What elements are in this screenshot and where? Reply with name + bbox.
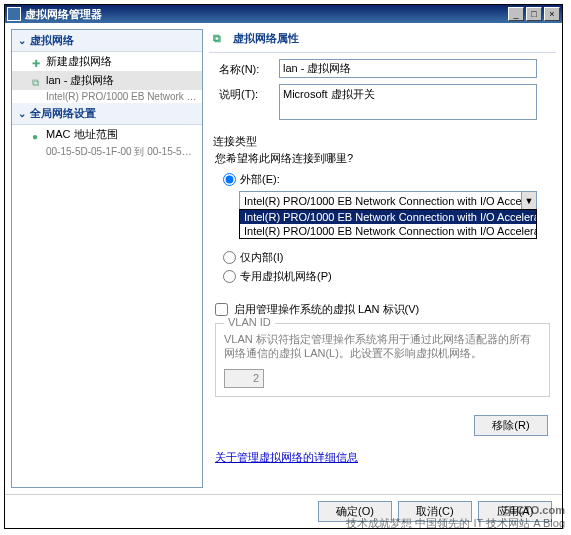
name-input[interactable] bbox=[279, 59, 537, 78]
vlan-checkbox[interactable] bbox=[215, 303, 228, 316]
sidebar-section-global[interactable]: ⌄ 全局网络设置 bbox=[12, 103, 202, 125]
properties-header: 虚拟网络属性 bbox=[209, 29, 556, 53]
description-input[interactable]: Microsoft 虚拟开关 bbox=[279, 84, 537, 120]
adapter-dropdown-list: Intel(R) PRO/1000 EB Network Connection … bbox=[239, 209, 537, 239]
vlan-group: VLAN ID VLAN 标识符指定管理操作系统将用于通过此网络适配器的所有网络… bbox=[215, 323, 550, 397]
minimize-button[interactable]: _ bbox=[508, 7, 524, 21]
close-button[interactable]: × bbox=[544, 7, 560, 21]
chevron-down-icon: ▼ bbox=[521, 192, 536, 209]
radio-external[interactable] bbox=[223, 173, 236, 186]
caret-icon: ⌄ bbox=[18, 108, 26, 119]
radio-internal[interactable] bbox=[223, 251, 236, 264]
section-title: 全局网络设置 bbox=[30, 106, 96, 121]
description-label: 说明(T): bbox=[219, 84, 279, 102]
section-title: 虚拟网络 bbox=[30, 33, 74, 48]
dropdown-option[interactable]: Intel(R) PRO/1000 EB Network Connection … bbox=[240, 224, 536, 238]
sidebar-item-sub: 00-15-5D-05-1F-00 到 00-15-5D-0... bbox=[12, 144, 202, 160]
adapter-dropdown[interactable]: Intel(R) PRO/1000 EB Network Connection … bbox=[239, 191, 537, 210]
app-icon bbox=[7, 7, 21, 21]
plus-icon bbox=[32, 57, 42, 67]
maximize-button[interactable]: □ bbox=[526, 7, 542, 21]
connection-type-legend: 连接类型 bbox=[213, 134, 552, 149]
apply-button[interactable]: 应用(A) bbox=[478, 501, 552, 522]
titlebar: 虚拟网络管理器 _ □ × bbox=[5, 5, 562, 23]
caret-icon: ⌄ bbox=[18, 35, 26, 46]
properties-title: 虚拟网络属性 bbox=[233, 31, 299, 46]
name-label: 名称(N): bbox=[219, 59, 279, 77]
sidebar-item-new-network[interactable]: 新建虚拟网络 bbox=[12, 52, 202, 71]
vlan-group-title: VLAN ID bbox=[224, 316, 275, 328]
dialog-footer: 确定(O) 取消(C) 应用(A) bbox=[5, 494, 562, 528]
dropdown-selected: Intel(R) PRO/1000 EB Network Connection … bbox=[244, 195, 537, 207]
more-info-link[interactable]: 关于管理虚拟网络的详细信息 bbox=[215, 450, 358, 465]
content-pane: 虚拟网络属性 名称(N): 说明(T): Microsoft 虚拟开关 连接类型… bbox=[209, 29, 556, 488]
globe-icon bbox=[32, 130, 42, 140]
sidebar: ⌄ 虚拟网络 新建虚拟网络 lan - 虚拟网络 Intel(R) PRO/10… bbox=[11, 29, 203, 488]
sidebar-item-sub: Intel(R) PRO/1000 EB Network Co... bbox=[12, 90, 202, 103]
vlan-id-input bbox=[224, 369, 264, 388]
radio-private-label: 专用虚拟机网络(P) bbox=[240, 269, 332, 284]
vlan-description: VLAN 标识符指定管理操作系统将用于通过此网络适配器的所有网络通信的虚拟 LA… bbox=[224, 332, 541, 361]
radio-external-label: 外部(E): bbox=[240, 172, 280, 187]
vlan-checkbox-label: 启用管理操作系统的虚拟 LAN 标识(V) bbox=[234, 302, 419, 317]
sidebar-item-label: lan - 虚拟网络 bbox=[46, 73, 114, 88]
network-icon bbox=[32, 76, 42, 86]
window-title: 虚拟网络管理器 bbox=[25, 7, 508, 22]
sidebar-item-lan-network[interactable]: lan - 虚拟网络 bbox=[12, 71, 202, 90]
network-icon bbox=[213, 32, 227, 46]
cancel-button[interactable]: 取消(C) bbox=[398, 501, 472, 522]
sidebar-section-networks[interactable]: ⌄ 虚拟网络 bbox=[12, 30, 202, 52]
connection-question: 您希望将此网络连接到哪里? bbox=[215, 151, 552, 166]
radio-internal-label: 仅内部(I) bbox=[240, 250, 283, 265]
remove-button[interactable]: 移除(R) bbox=[474, 415, 548, 436]
dropdown-option[interactable]: Intel(R) PRO/1000 EB Network Connection … bbox=[240, 210, 536, 224]
radio-private[interactable] bbox=[223, 270, 236, 283]
sidebar-item-mac-range[interactable]: MAC 地址范围 bbox=[12, 125, 202, 144]
sidebar-item-label: 新建虚拟网络 bbox=[46, 54, 112, 69]
ok-button[interactable]: 确定(O) bbox=[318, 501, 392, 522]
sidebar-item-label: MAC 地址范围 bbox=[46, 127, 118, 142]
